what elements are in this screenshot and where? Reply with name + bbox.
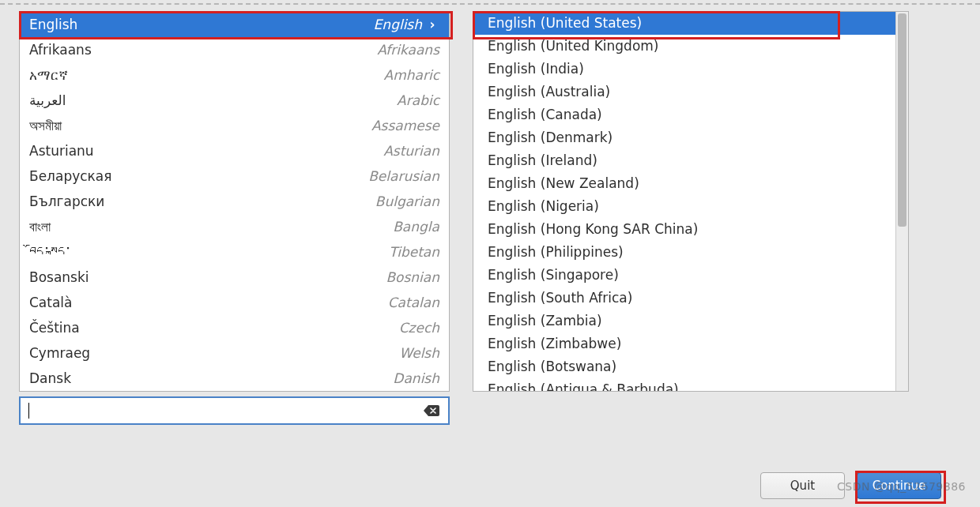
locale-item[interactable]: English (Zimbabwe) — [473, 332, 895, 355]
language-english-label: Bosnian — [386, 269, 439, 285]
language-english-label: Tibetan — [389, 244, 439, 260]
language-item[interactable]: CymraegWelsh — [20, 340, 449, 366]
locale-item[interactable]: English (South Africa) — [473, 287, 895, 310]
language-english-label: English — [374, 17, 422, 32]
scrollbar-thumb[interactable] — [898, 13, 906, 227]
locale-item[interactable]: English (Canada) — [473, 103, 895, 126]
language-native-label: English — [29, 17, 77, 32]
language-item[interactable]: БългарскиBulgarian — [20, 189, 449, 214]
language-english-label: Czech — [399, 320, 439, 336]
locale-item[interactable]: English (Antigua & Barbuda) — [473, 378, 895, 392]
language-native-label: བོད་སྐད་ — [29, 244, 72, 260]
language-item[interactable]: CatalàCatalan — [20, 290, 449, 315]
language-list[interactable]: EnglishEnglish›AfrikaansAfrikaansአማርኛAmh… — [19, 11, 450, 392]
language-item[interactable]: العربيةArabic — [20, 88, 449, 113]
language-english-label: Bangla — [393, 219, 439, 235]
panel-divider — [0, 3, 980, 5]
locale-item[interactable]: English (New Zealand) — [473, 172, 895, 195]
language-english-label: Catalan — [388, 295, 439, 310]
language-english-label: Amharic — [384, 67, 439, 83]
locale-scrollbar[interactable] — [895, 12, 908, 391]
language-item[interactable]: বাংলাBangla — [20, 214, 449, 239]
locale-item[interactable]: English (Zambia) — [473, 310, 895, 332]
language-english-label: Belarusian — [368, 168, 439, 184]
language-native-label: Bosanski — [29, 269, 89, 285]
language-native-label: العربية — [29, 92, 66, 108]
locale-item[interactable]: English (India) — [473, 58, 895, 81]
language-english-label: Assamese — [371, 118, 439, 133]
locale-item[interactable]: English (Singapore) — [473, 264, 895, 287]
language-item[interactable]: AsturianuAsturian — [20, 138, 449, 163]
locale-list[interactable]: English (United States)English (United K… — [473, 11, 909, 392]
language-native-label: Dansk — [29, 370, 71, 386]
language-native-label: Беларуская — [29, 168, 112, 184]
text-caret — [28, 403, 29, 419]
language-item[interactable]: БеларускаяBelarusian — [20, 163, 449, 189]
language-english-label: Arabic — [397, 92, 439, 108]
clear-input-icon[interactable] — [423, 404, 440, 418]
language-native-label: বাংলা — [29, 219, 51, 235]
quit-button[interactable]: Quit — [760, 472, 845, 499]
locale-item[interactable]: English (Hong Kong SAR China) — [473, 218, 895, 241]
language-native-label: Afrikaans — [29, 42, 92, 58]
locale-item[interactable]: English (United Kingdom) — [473, 35, 895, 58]
locale-item[interactable]: English (Nigeria) — [473, 195, 895, 218]
language-native-label: Čeština — [29, 320, 80, 336]
locale-item[interactable]: English (Australia) — [473, 81, 895, 103]
language-native-label: አማርኛ — [29, 67, 68, 83]
language-native-label: Cymraeg — [29, 345, 90, 361]
locale-item[interactable]: English (United States) — [473, 12, 895, 35]
language-item[interactable]: অসমীয়াAssamese — [20, 113, 449, 138]
locale-item[interactable]: English (Ireland) — [473, 149, 895, 172]
language-english-label: Welsh — [399, 345, 439, 361]
locale-item[interactable]: English (Botswana) — [473, 355, 895, 378]
language-english-label: Danish — [393, 370, 439, 386]
language-item[interactable]: ČeštinaCzech — [20, 315, 449, 340]
language-item[interactable]: አማርኛAmharic — [20, 62, 449, 88]
continue-button[interactable]: Continue — [857, 472, 941, 499]
language-english-label: Afrikaans — [377, 42, 439, 58]
chevron-right-icon: › — [425, 17, 439, 32]
language-item[interactable]: AfrikaansAfrikaans — [20, 37, 449, 62]
locale-item[interactable]: English (Philippines) — [473, 241, 895, 264]
language-native-label: Català — [29, 295, 73, 310]
search-input[interactable] — [32, 402, 423, 419]
locale-item[interactable]: English (Denmark) — [473, 126, 895, 149]
language-search[interactable] — [19, 396, 450, 425]
language-item[interactable]: DanskDanish — [20, 366, 449, 391]
language-item[interactable]: EnglishEnglish› — [20, 12, 449, 37]
language-english-label: Asturian — [383, 143, 439, 159]
language-english-label: Bulgarian — [375, 193, 439, 209]
language-native-label: Български — [29, 193, 104, 209]
language-native-label: অসমীয়া — [29, 118, 62, 133]
language-native-label: Asturianu — [29, 143, 94, 159]
language-item[interactable]: BosanskiBosnian — [20, 265, 449, 290]
language-item[interactable]: བོད་སྐད་Tibetan — [20, 239, 449, 265]
